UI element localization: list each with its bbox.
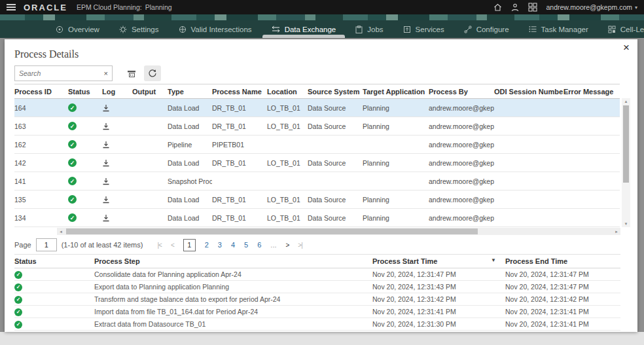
horizontal-scroll-thumb[interactable]: [66, 228, 478, 234]
download-log-icon[interactable]: [102, 141, 110, 149]
cell-error: [564, 191, 620, 209]
home-icon[interactable]: [493, 3, 502, 12]
hamburger-menu-icon[interactable]: [7, 4, 16, 10]
cell-error: [564, 99, 620, 117]
page-link-5[interactable]: 5: [244, 241, 248, 249]
table-row[interactable]: 135✓Data LoadDR_TB_01LO_TB_01Data Source…: [14, 191, 620, 209]
tab-jobs[interactable]: Jobs: [355, 20, 383, 38]
scroll-left-icon[interactable]: ◂: [57, 228, 65, 235]
column-header-process-start-time[interactable]: Process Start Time▼: [372, 255, 505, 268]
refresh-button[interactable]: [144, 65, 161, 81]
cell-by: andrew.moore@gkepm.com: [429, 136, 494, 154]
step-row[interactable]: ✓Consolidate data for Planning applicati…: [14, 268, 620, 281]
cell-output: [132, 172, 168, 191]
table-row[interactable]: 163✓Data LoadDR_TB_01LO_TB_01Data Source…: [14, 117, 620, 136]
table-row[interactable]: 134✓Data LoadDR_TB_01LO_TB_01Data Source…: [14, 209, 620, 227]
column-header-log[interactable]: Log: [102, 84, 132, 99]
tab-label: Valid Intersections: [191, 26, 252, 33]
column-header-process-end-time[interactable]: Process End Time: [505, 255, 620, 268]
cell-name: DR_TB_01: [212, 154, 267, 172]
next-page-button[interactable]: >: [286, 242, 289, 249]
tab-configure[interactable]: Configure: [464, 20, 509, 38]
cell-error: [564, 209, 620, 227]
table-row[interactable]: 141✓Snapshot Processandrew.moore@gkepm.c…: [14, 172, 620, 191]
page-link-6[interactable]: 6: [257, 241, 261, 249]
scroll-right-icon[interactable]: ▸: [613, 228, 620, 235]
assistant-icon[interactable]: [511, 3, 519, 12]
app-switcher-icon[interactable]: [528, 3, 537, 12]
cell-id: 135: [14, 191, 68, 209]
cell-target: Planning: [363, 191, 429, 209]
cell-name: DR_TB_01: [212, 191, 267, 209]
page-link-4[interactable]: 4: [231, 241, 235, 249]
column-header-error-message[interactable]: Error Message: [564, 84, 620, 99]
table-row[interactable]: 164✓Data LoadDR_TB_01LO_TB_01Data Source…: [14, 99, 620, 117]
download-log-icon[interactable]: [102, 214, 110, 222]
column-header-target-application[interactable]: Target Application: [363, 84, 429, 99]
page-link-3[interactable]: 3: [218, 241, 222, 249]
column-header-type[interactable]: Type: [168, 84, 212, 99]
vertical-scroll-thumb[interactable]: [623, 105, 629, 183]
step-row[interactable]: ✓Export data to Planning application Pla…: [14, 281, 620, 293]
scroll-up-icon[interactable]: ▲: [622, 98, 630, 105]
table-row[interactable]: 142✓Data LoadDR_TB_01LO_TB_01Data Source…: [14, 154, 620, 172]
cell-odi: [494, 117, 564, 136]
app-title: EPM Cloud Planning:: [77, 3, 142, 11]
search-input[interactable]: [19, 69, 101, 77]
tab-settings[interactable]: Settings: [119, 20, 159, 38]
page-number-input[interactable]: [36, 238, 57, 251]
cell-by: andrew.moore@gkepm.com: [429, 99, 494, 117]
download-log-icon[interactable]: [102, 177, 110, 185]
cell-odi: [494, 154, 564, 172]
table-row[interactable]: 162✓PipelinePIPETB01andrew.moore@gkepm.c…: [14, 136, 620, 154]
filter-table-icon: [127, 69, 136, 78]
column-header-process-name[interactable]: Process Name: [212, 84, 267, 99]
user-menu[interactable]: andrew.moore@gkepm.com ▾: [546, 3, 637, 11]
tab-cell-level-security[interactable]: Cell-Level Security: [608, 20, 644, 38]
step-row[interactable]: ✓Import data from file TB_01_164.dat for…: [14, 306, 620, 318]
step-row[interactable]: ✓Transform and stage balance data to exp…: [14, 293, 620, 306]
column-header-location[interactable]: Location: [267, 84, 308, 99]
column-header-status[interactable]: Status: [14, 255, 94, 268]
page-title: Process Details: [14, 48, 79, 60]
pagination-bar: Page (1-10 of at least 42 items) |<<1234…: [14, 237, 302, 253]
tab-services[interactable]: Services: [403, 20, 444, 38]
download-log-icon[interactable]: [102, 104, 110, 112]
step-row[interactable]: ✓Extract data from Datasource TB_01Nov 2…: [14, 318, 620, 331]
clear-search-icon[interactable]: ×: [101, 69, 108, 77]
download-log-icon[interactable]: [102, 159, 110, 167]
cell-target: Planning: [363, 99, 429, 117]
column-header-source-system[interactable]: Source System: [308, 84, 363, 99]
column-header-process-step[interactable]: Process Step: [94, 255, 372, 268]
configure-icon: [464, 26, 472, 33]
cell-step: Import data from file TB_01_164.dat for …: [94, 306, 372, 318]
cell-odi: [494, 172, 564, 191]
download-log-icon[interactable]: [102, 196, 110, 204]
column-header-output[interactable]: Output: [132, 84, 168, 99]
previous-page-button[interactable]: <: [171, 242, 174, 249]
close-icon[interactable]: ×: [623, 42, 630, 53]
page-link-2[interactable]: 2: [205, 241, 209, 249]
last-page-button[interactable]: >|: [298, 242, 302, 249]
sort-descending-icon[interactable]: ▼: [491, 257, 496, 263]
download-log-icon[interactable]: [102, 122, 110, 130]
cell-level-security-icon: [608, 26, 616, 33]
first-page-button[interactable]: |<: [157, 242, 161, 249]
column-header-process-id[interactable]: Process ID: [14, 84, 68, 99]
tab-valid-intersections[interactable]: Valid Intersections: [179, 20, 252, 38]
column-header-process-by[interactable]: Process By: [429, 84, 494, 99]
horizontal-scrollbar[interactable]: ◂ ▸: [57, 228, 620, 235]
column-header-status[interactable]: Status: [68, 84, 102, 99]
cell-name: DR_TB_01: [212, 209, 267, 227]
cell-source: Data Source: [308, 99, 363, 117]
tab-task-manager[interactable]: Task Manager: [529, 20, 588, 38]
page-current[interactable]: 1: [183, 239, 196, 251]
tab-overview[interactable]: Overview: [56, 20, 99, 38]
vertical-scrollbar[interactable]: ▲ ▼: [622, 98, 630, 227]
scroll-down-icon[interactable]: ▼: [622, 221, 630, 227]
status-success-icon: ✓: [68, 177, 77, 185]
tab-label: Jobs: [367, 26, 383, 33]
tab-data-exchange[interactable]: Data Exchange: [272, 20, 336, 38]
column-header-odi-session-number[interactable]: ODI Session Number: [494, 84, 564, 99]
query-by-example-button[interactable]: [123, 65, 140, 81]
